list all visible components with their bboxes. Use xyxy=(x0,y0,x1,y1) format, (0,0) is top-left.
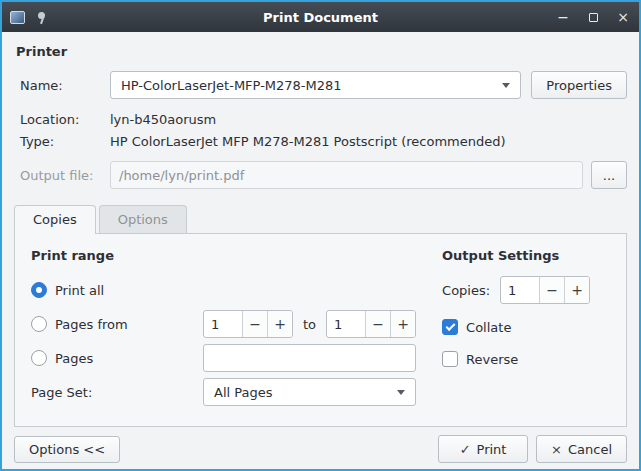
copies-spinbox: − + xyxy=(500,276,590,304)
page-set-row: Page Set: All Pages xyxy=(31,375,416,409)
output-settings-heading: Output Settings xyxy=(442,248,610,263)
reverse-checkbox-row[interactable]: Reverse xyxy=(442,343,610,375)
pages-row: Pages xyxy=(31,341,416,375)
print-range-heading: Print range xyxy=(31,248,416,263)
titlebar[interactable]: Print Document − × xyxy=(2,2,639,32)
output-file-label: Output file: xyxy=(14,168,110,183)
chevron-down-icon xyxy=(397,390,405,395)
pages-to-spinbox: − + xyxy=(326,310,416,338)
window-app-icon[interactable] xyxy=(10,11,25,24)
tab-options[interactable]: Options xyxy=(99,205,187,233)
print-button[interactable]: ✓ Print xyxy=(438,435,528,463)
collate-checkbox[interactable] xyxy=(442,319,458,335)
chevron-down-icon xyxy=(502,83,510,88)
pages-label: Pages xyxy=(55,351,93,366)
footer: Options << ✓ Print × Cancel xyxy=(14,427,627,471)
pin-icon-stem xyxy=(40,17,44,23)
minus-icon[interactable]: − xyxy=(242,311,267,337)
print-all-radio[interactable] xyxy=(31,282,47,298)
pages-to-input[interactable] xyxy=(327,311,365,337)
dialog-content: Printer Name: HP-ColorLaserJet-MFP-M278-… xyxy=(2,32,639,471)
minus-icon[interactable]: − xyxy=(365,311,390,337)
pages-from-spinbox: − + xyxy=(203,310,293,338)
properties-button[interactable]: Properties xyxy=(531,71,627,99)
browse-button[interactable]: ... xyxy=(591,161,627,189)
pages-from-radio[interactable] xyxy=(31,316,47,332)
pages-input[interactable] xyxy=(203,344,416,372)
copies-label: Copies: xyxy=(442,283,490,298)
printer-location-value: lyn-b450aorusm xyxy=(110,112,216,127)
cross-icon: × xyxy=(551,442,562,457)
close-button[interactable]: × xyxy=(615,8,631,26)
printer-location-row: Location: lyn-b450aorusm xyxy=(14,109,627,129)
pages-radio[interactable] xyxy=(31,350,47,366)
printer-name-label: Name: xyxy=(14,78,110,93)
plus-icon[interactable]: + xyxy=(564,277,589,303)
minus-icon[interactable]: − xyxy=(539,277,564,303)
printer-type-value: HP ColorLaserJet MFP M278-M281 Postscrip… xyxy=(110,134,506,149)
output-settings-section: Output Settings Copies: − + Collate Reve… xyxy=(442,246,610,414)
pages-from-row: Pages from − + to − + xyxy=(31,307,416,341)
maximize-icon xyxy=(589,13,598,22)
tab-bar: Copies Options xyxy=(14,205,627,233)
cancel-button-label: Cancel xyxy=(568,442,612,457)
page-set-combobox[interactable]: All Pages xyxy=(203,378,416,406)
pages-to-label: to xyxy=(303,317,316,332)
copies-input[interactable] xyxy=(501,277,539,303)
pin-icon[interactable] xyxy=(35,11,47,24)
check-icon: ✓ xyxy=(460,442,471,457)
checkmark-icon xyxy=(445,321,455,331)
printer-type-label: Type: xyxy=(14,134,110,149)
tab-copies[interactable]: Copies xyxy=(14,205,96,233)
minimize-button[interactable]: − xyxy=(555,8,571,26)
options-toggle-button[interactable]: Options << xyxy=(14,436,120,463)
reverse-checkbox[interactable] xyxy=(442,351,458,367)
copies-row: Copies: − + xyxy=(442,273,610,307)
page-set-value: All Pages xyxy=(214,385,397,400)
print-button-label: Print xyxy=(477,442,507,457)
pages-from-label: Pages from xyxy=(55,317,128,332)
plus-icon[interactable]: + xyxy=(267,311,292,337)
minimize-icon: − xyxy=(557,10,569,24)
page-set-label: Page Set: xyxy=(31,385,92,400)
collate-label: Collate xyxy=(466,320,511,335)
window-title: Print Document xyxy=(2,10,639,25)
print-all-row[interactable]: Print all xyxy=(31,273,416,307)
printer-section-heading: Printer xyxy=(16,44,627,59)
output-file-row: Output file: ... xyxy=(14,161,627,189)
printer-name-row: Name: HP-ColorLaserJet-MFP-M278-M281 Pro… xyxy=(14,71,627,99)
collate-checkbox-row[interactable]: Collate xyxy=(442,311,610,343)
printer-name-value: HP-ColorLaserJet-MFP-M278-M281 xyxy=(121,78,502,93)
close-icon: × xyxy=(617,10,629,24)
maximize-button[interactable] xyxy=(585,8,601,26)
print-all-label: Print all xyxy=(55,283,104,298)
pages-from-input[interactable] xyxy=(204,311,242,337)
printer-type-row: Type: HP ColorLaserJet MFP M278-M281 Pos… xyxy=(14,131,627,151)
cancel-button[interactable]: × Cancel xyxy=(536,435,627,463)
reverse-label: Reverse xyxy=(466,352,518,367)
plus-icon[interactable]: + xyxy=(390,311,415,337)
printer-location-label: Location: xyxy=(14,112,110,127)
print-range-section: Print range Print all Pages from − xyxy=(31,246,416,414)
printer-name-combobox[interactable]: HP-ColorLaserJet-MFP-M278-M281 xyxy=(110,71,521,99)
radio-dot xyxy=(36,287,42,293)
copies-tab-panel: Print range Print all Pages from − xyxy=(14,233,627,427)
output-file-input[interactable] xyxy=(110,161,583,189)
